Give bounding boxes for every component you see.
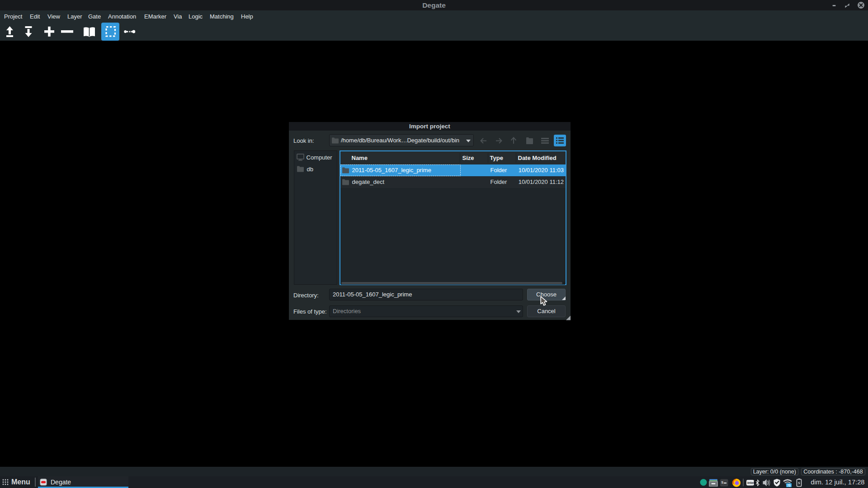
svg-text:intel: intel <box>747 481 754 485</box>
svg-text:75: 75 <box>787 484 791 487</box>
svg-text:$: $ <box>722 480 724 484</box>
